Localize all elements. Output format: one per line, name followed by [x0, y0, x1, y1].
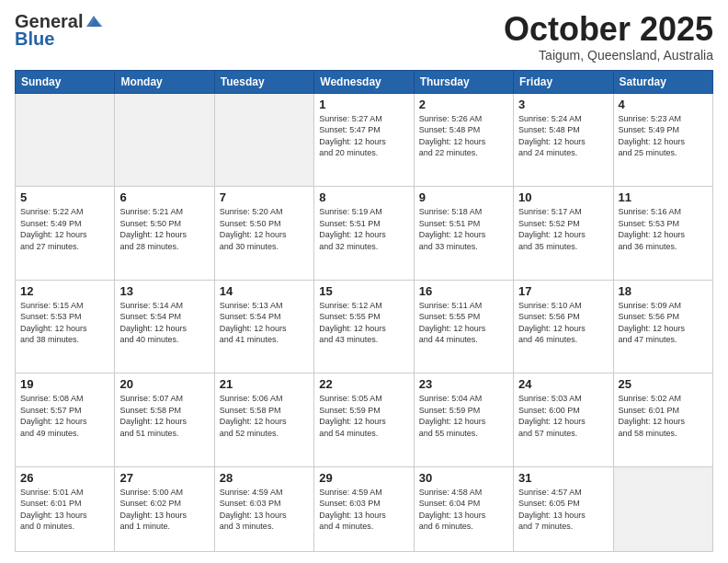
day-info: Sunrise: 5:23 AM Sunset: 5:49 PM Dayligh…	[619, 113, 708, 159]
table-row	[115, 93, 214, 187]
table-row: 3Sunrise: 5:24 AM Sunset: 5:48 PM Daylig…	[514, 93, 613, 187]
table-row: 19Sunrise: 5:08 AM Sunset: 5:57 PM Dayli…	[16, 373, 115, 467]
logo-blue-text: Blue	[15, 29, 54, 50]
col-thursday: Thursday	[414, 70, 513, 93]
day-info: Sunrise: 5:20 AM Sunset: 5:50 PM Dayligh…	[220, 206, 309, 252]
day-number: 31	[518, 471, 608, 485]
table-row: 8Sunrise: 5:19 AM Sunset: 5:51 PM Daylig…	[314, 187, 414, 281]
table-row: 10Sunrise: 5:17 AM Sunset: 5:52 PM Dayli…	[514, 187, 613, 281]
table-row: 22Sunrise: 5:05 AM Sunset: 5:59 PM Dayli…	[314, 373, 414, 467]
col-wednesday: Wednesday	[314, 70, 414, 93]
day-number: 25	[619, 377, 708, 391]
table-row: 29Sunrise: 4:59 AM Sunset: 6:03 PM Dayli…	[314, 466, 414, 551]
day-info: Sunrise: 5:11 AM Sunset: 5:55 PM Dayligh…	[419, 300, 508, 346]
day-info: Sunrise: 5:05 AM Sunset: 5:59 PM Dayligh…	[319, 393, 408, 439]
table-row: 5Sunrise: 5:22 AM Sunset: 5:49 PM Daylig…	[16, 187, 115, 281]
day-info: Sunrise: 4:58 AM Sunset: 6:04 PM Dayligh…	[419, 487, 508, 533]
table-row: 25Sunrise: 5:02 AM Sunset: 6:01 PM Dayli…	[613, 373, 712, 467]
day-info: Sunrise: 5:09 AM Sunset: 5:56 PM Dayligh…	[619, 300, 708, 346]
table-row: 4Sunrise: 5:23 AM Sunset: 5:49 PM Daylig…	[613, 93, 712, 187]
day-info: Sunrise: 5:18 AM Sunset: 5:51 PM Dayligh…	[419, 206, 508, 252]
day-info: Sunrise: 5:19 AM Sunset: 5:51 PM Dayligh…	[319, 206, 408, 252]
day-number: 2	[419, 98, 508, 111]
day-number: 17	[518, 284, 608, 298]
day-info: Sunrise: 5:22 AM Sunset: 5:49 PM Dayligh…	[20, 206, 109, 252]
day-info: Sunrise: 4:59 AM Sunset: 6:03 PM Dayligh…	[319, 487, 408, 533]
day-number: 30	[419, 471, 508, 485]
title-area: October 2025 Taigum, Queensland, Austral…	[504, 11, 713, 63]
day-info: Sunrise: 5:06 AM Sunset: 5:58 PM Dayligh…	[220, 393, 309, 439]
day-number: 7	[220, 190, 309, 204]
day-info: Sunrise: 5:00 AM Sunset: 6:02 PM Dayligh…	[119, 487, 209, 533]
table-row: 6Sunrise: 5:21 AM Sunset: 5:50 PM Daylig…	[115, 187, 214, 281]
calendar: Sunday Monday Tuesday Wednesday Thursday…	[15, 70, 713, 552]
day-info: Sunrise: 5:24 AM Sunset: 5:48 PM Dayligh…	[518, 113, 608, 159]
day-info: Sunrise: 5:15 AM Sunset: 5:53 PM Dayligh…	[20, 300, 109, 346]
day-number: 29	[319, 471, 408, 485]
table-row: 12Sunrise: 5:15 AM Sunset: 5:53 PM Dayli…	[16, 280, 115, 373]
table-row	[16, 93, 115, 187]
table-row: 26Sunrise: 5:01 AM Sunset: 6:01 PM Dayli…	[16, 466, 115, 551]
day-info: Sunrise: 4:59 AM Sunset: 6:03 PM Dayligh…	[220, 487, 309, 533]
col-monday: Monday	[115, 70, 214, 93]
day-number: 26	[20, 471, 109, 485]
header: General Blue October 2025 Taigum, Queens…	[15, 11, 713, 63]
day-info: Sunrise: 5:10 AM Sunset: 5:56 PM Dayligh…	[518, 300, 608, 346]
day-number: 9	[419, 190, 508, 204]
day-info: Sunrise: 5:04 AM Sunset: 5:59 PM Dayligh…	[419, 393, 508, 439]
table-row: 23Sunrise: 5:04 AM Sunset: 5:59 PM Dayli…	[414, 373, 513, 467]
table-row: 13Sunrise: 5:14 AM Sunset: 5:54 PM Dayli…	[115, 280, 214, 373]
day-number: 22	[319, 377, 408, 391]
day-number: 16	[419, 284, 508, 298]
month-title: October 2025	[504, 11, 713, 48]
day-number: 19	[20, 377, 109, 391]
day-info: Sunrise: 5:02 AM Sunset: 6:01 PM Dayligh…	[619, 393, 708, 439]
col-tuesday: Tuesday	[214, 70, 313, 93]
day-number: 28	[220, 471, 309, 485]
day-info: Sunrise: 5:07 AM Sunset: 5:58 PM Dayligh…	[119, 393, 209, 439]
day-number: 10	[518, 190, 608, 204]
day-number: 24	[518, 377, 608, 391]
day-number: 6	[119, 190, 209, 204]
table-row: 1Sunrise: 5:27 AM Sunset: 5:47 PM Daylig…	[314, 93, 414, 187]
calendar-header-row: Sunday Monday Tuesday Wednesday Thursday…	[16, 70, 713, 93]
col-sunday: Sunday	[16, 70, 115, 93]
logo: General Blue	[15, 11, 103, 50]
table-row: 15Sunrise: 5:12 AM Sunset: 5:55 PM Dayli…	[314, 280, 414, 373]
day-info: Sunrise: 5:16 AM Sunset: 5:53 PM Dayligh…	[619, 206, 708, 252]
table-row: 11Sunrise: 5:16 AM Sunset: 5:53 PM Dayli…	[613, 187, 712, 281]
table-row: 16Sunrise: 5:11 AM Sunset: 5:55 PM Dayli…	[414, 280, 513, 373]
day-number: 18	[619, 284, 708, 298]
table-row: 24Sunrise: 5:03 AM Sunset: 6:00 PM Dayli…	[514, 373, 613, 467]
day-number: 3	[518, 98, 608, 111]
table-row: 21Sunrise: 5:06 AM Sunset: 5:58 PM Dayli…	[214, 373, 313, 467]
day-number: 8	[319, 190, 408, 204]
day-info: Sunrise: 5:13 AM Sunset: 5:54 PM Dayligh…	[220, 300, 309, 346]
day-info: Sunrise: 5:27 AM Sunset: 5:47 PM Dayligh…	[319, 113, 408, 159]
day-info: Sunrise: 5:01 AM Sunset: 6:01 PM Dayligh…	[20, 487, 109, 533]
day-number: 15	[319, 284, 408, 298]
day-number: 23	[419, 377, 508, 391]
day-info: Sunrise: 5:03 AM Sunset: 6:00 PM Dayligh…	[518, 393, 608, 439]
table-row: 14Sunrise: 5:13 AM Sunset: 5:54 PM Dayli…	[214, 280, 313, 373]
table-row: 17Sunrise: 5:10 AM Sunset: 5:56 PM Dayli…	[514, 280, 613, 373]
day-info: Sunrise: 5:21 AM Sunset: 5:50 PM Dayligh…	[119, 206, 209, 252]
table-row: 9Sunrise: 5:18 AM Sunset: 5:51 PM Daylig…	[414, 187, 513, 281]
day-info: Sunrise: 5:26 AM Sunset: 5:48 PM Dayligh…	[419, 113, 508, 159]
day-info: Sunrise: 5:14 AM Sunset: 5:54 PM Dayligh…	[119, 300, 209, 346]
table-row	[214, 93, 313, 187]
day-number: 13	[119, 284, 209, 298]
location: Taigum, Queensland, Australia	[504, 48, 713, 63]
day-number: 5	[20, 190, 109, 204]
day-number: 1	[319, 98, 408, 111]
table-row: 20Sunrise: 5:07 AM Sunset: 5:58 PM Dayli…	[115, 373, 214, 467]
table-row: 31Sunrise: 4:57 AM Sunset: 6:05 PM Dayli…	[514, 466, 613, 551]
table-row: 27Sunrise: 5:00 AM Sunset: 6:02 PM Dayli…	[115, 466, 214, 551]
col-saturday: Saturday	[613, 70, 712, 93]
logo-icon	[85, 14, 103, 29]
col-friday: Friday	[514, 70, 613, 93]
table-row: 18Sunrise: 5:09 AM Sunset: 5:56 PM Dayli…	[613, 280, 712, 373]
day-number: 4	[619, 98, 708, 111]
table-row: 28Sunrise: 4:59 AM Sunset: 6:03 PM Dayli…	[214, 466, 313, 551]
table-row	[613, 466, 712, 551]
